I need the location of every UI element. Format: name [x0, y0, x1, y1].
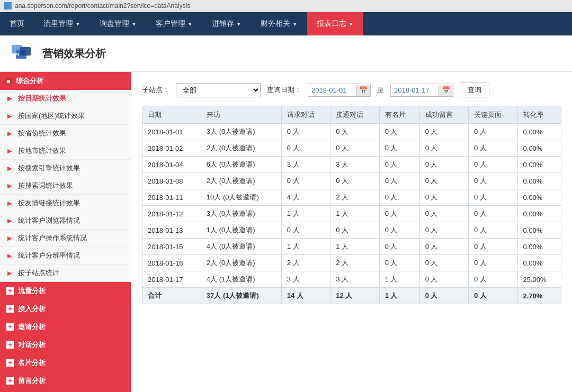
- table-cell-3-4: 0 人: [379, 173, 419, 189]
- table-cell-4-0: 2018-01-11: [142, 189, 201, 206]
- nav-finance[interactable]: 财务相关 ▼: [251, 12, 307, 35]
- table-row-6[interactable]: 2018-01-131人 (0人被邀请)0 人0 人0 人0 人0 人0.00%: [142, 222, 561, 239]
- sidebar-item-0[interactable]: ▶ 按日期统计效果: [0, 90, 131, 107]
- sidebar-group-2[interactable]: + 邀请分析: [0, 318, 131, 336]
- date-from-input[interactable]: [308, 84, 356, 96]
- sidebar-item-6[interactable]: ▶ 按友情链接统计效果: [0, 195, 131, 212]
- sidebar-group-3[interactable]: + 对话分析: [0, 336, 131, 354]
- table-total-cell-4: 1 人: [379, 288, 419, 304]
- table-cell-7-1: 4人 (0人被邀请): [201, 239, 281, 255]
- plus-icon-3: +: [6, 341, 14, 349]
- arrow-9: ▶: [7, 252, 12, 259]
- sidebar-group-0[interactable]: + 流量分析: [0, 282, 131, 300]
- sidebar-group-4[interactable]: + 名片分析: [0, 354, 131, 372]
- nav-inventory[interactable]: 进销存 ▼: [202, 12, 251, 35]
- nav-flow[interactable]: 流里管理 ▼: [34, 12, 90, 35]
- table-cell-0-1: 3人 (0人被邀请): [201, 124, 281, 140]
- table-cell-0-2: 0 人: [281, 124, 330, 140]
- sidebar-group-1[interactable]: + 接入分析: [0, 300, 131, 318]
- date-separator: 至: [377, 85, 384, 95]
- table-row-7[interactable]: 2018-01-154人 (0人被邀请)1 人1 人0 人0 人0 人0.00%: [142, 239, 561, 255]
- table-cell-8-0: 2018-01-16: [142, 255, 201, 271]
- date-label: 查询日期：: [267, 85, 301, 95]
- sidebar-item-7[interactable]: ▶ 统计客户浏览器情况: [0, 212, 131, 230]
- nav-home[interactable]: 首页: [0, 12, 34, 35]
- table-cell-6-2: 0 人: [281, 222, 330, 239]
- table-cell-4-6: 0 人: [469, 189, 517, 206]
- date-to-input[interactable]: [391, 84, 439, 96]
- table-row-2[interactable]: 2018-01-046人 (0人被邀请)3 人3 人0 人0 人0 人0.00%: [142, 157, 561, 173]
- table-cell-7-7: 0.00%: [517, 239, 561, 255]
- table-cell-2-2: 3 人: [281, 157, 330, 173]
- table-cell-3-3: 0 人: [330, 173, 379, 189]
- table-cell-5-0: 2018-01-12: [142, 206, 201, 222]
- query-button[interactable]: 查询: [460, 83, 489, 97]
- arrow-2: ▶: [7, 130, 12, 137]
- col-connected-chat: 接通对话: [330, 106, 379, 124]
- sidebar-item-1[interactable]: ▶ 按国家(地区)统计效果: [0, 107, 131, 125]
- plus-icon-0: +: [6, 287, 14, 295]
- sidebar-item-8[interactable]: ▶ 统计客户操作系统情况: [0, 230, 131, 247]
- sidebar-group-5[interactable]: + 留言分析: [0, 372, 131, 390]
- nav-report-arrow: ▼: [348, 21, 354, 27]
- table-cell-5-5: 0 人: [419, 206, 468, 222]
- sidebar-item-4[interactable]: ▶ 按搜索引擎统计效果: [0, 160, 131, 177]
- table-cell-4-7: 0.00%: [517, 189, 561, 206]
- table-row-4[interactable]: 2018-01-1110人 (0人被邀请)4 人2 人0 人0 人0 人0.00…: [142, 189, 561, 206]
- sidebar-item-wrapper-7: ▶ 统计客户浏览器情况: [0, 212, 131, 230]
- nav-report[interactable]: 报表日志 ▼: [307, 12, 363, 35]
- table-row-1[interactable]: 2018-01-022人 (0人被邀请)0 人0 人0 人0 人0 人0.00%: [142, 140, 561, 157]
- table-cell-6-1: 1人 (0人被邀请): [201, 222, 281, 239]
- table-row-5[interactable]: 2018-01-123人 (0人被邀请)1 人1 人0 人0 人0 人0.00%: [142, 206, 561, 222]
- table-cell-3-2: 0 人: [281, 173, 330, 189]
- table-cell-2-5: 0 人: [419, 157, 468, 173]
- table-total-cell-2: 14 人: [281, 288, 330, 304]
- table-cell-2-4: 0 人: [379, 157, 419, 173]
- arrow-8: ▶: [7, 235, 12, 242]
- table-cell-0-0: 2018-01-01: [142, 124, 201, 140]
- sidebar-item-wrapper-0: ▶ 按日期统计效果: [0, 90, 131, 107]
- nav-inquiry-arrow: ▼: [131, 21, 137, 27]
- table-cell-6-4: 0 人: [379, 222, 419, 239]
- plus-icon-2: +: [6, 323, 14, 331]
- table-cell-1-7: 0.00%: [517, 140, 561, 157]
- table-cell-7-2: 1 人: [281, 239, 330, 255]
- sidebar-group-6[interactable]: + 客服考核: [0, 390, 131, 392]
- table-row-0[interactable]: 2018-01-013人 (0人被邀请)0 人0 人0 人0 人0 人0.00%: [142, 124, 561, 140]
- plus-icon-4: +: [6, 359, 14, 367]
- sidebar-item-wrapper-9: ▶ 统计客户分辨率情况: [0, 247, 131, 265]
- sidebar-item-3[interactable]: ▶ 按地市统计效果: [0, 142, 131, 160]
- nav-customer[interactable]: 客户管理 ▼: [146, 12, 202, 35]
- table-cell-5-6: 0 人: [469, 206, 517, 222]
- table-row-9[interactable]: 2018-01-174人 (1人被邀请)3 人3 人1 人0 人0 人25.00…: [142, 271, 561, 288]
- table-cell-9-2: 3 人: [281, 271, 330, 288]
- station-select[interactable]: 全部: [176, 83, 261, 97]
- table-cell-1-4: 0 人: [379, 140, 419, 157]
- nav-inquiry[interactable]: 询盘管理 ▼: [90, 12, 146, 35]
- table-cell-3-5: 0 人: [419, 173, 468, 189]
- sidebar-item-9[interactable]: ▶ 统计客户分辨率情况: [0, 247, 131, 265]
- table-cell-5-7: 0.00%: [517, 206, 561, 222]
- table-row-3[interactable]: 2018-01-082人 (0人被邀请)0 人0 人0 人0 人0 人0.00%: [142, 173, 561, 189]
- col-request-chat: 请求对话: [281, 106, 330, 124]
- sidebar-item-wrapper-4: ▶ 按搜索引擎统计效果: [0, 160, 131, 177]
- date-from-wrapper: 📅: [308, 84, 371, 97]
- table-total-cell-0: 合计: [142, 288, 201, 304]
- sidebar-main-section[interactable]: ■ 综合分析: [0, 72, 131, 90]
- sidebar-item-2[interactable]: ▶ 按省份统计效果: [0, 125, 131, 142]
- sidebar-item-wrapper-3: ▶ 按地市统计效果: [0, 142, 131, 160]
- table-cell-3-6: 0 人: [469, 173, 517, 189]
- sidebar-item-5[interactable]: ▶ 按搜索词统计效果: [0, 177, 131, 195]
- sidebar-item-10[interactable]: ▶ 按子站点统计: [0, 265, 131, 282]
- table-row-8[interactable]: 2018-01-162人 (0人被邀请)2 人2 人0 人0 人0 人0.00%: [142, 255, 561, 271]
- date-from-icon[interactable]: 📅: [356, 85, 370, 96]
- data-table: 日期 来访 请求对话 接通对话 有名片 成功留言 关键页面 转化率 2018-0…: [142, 106, 561, 304]
- table-cell-1-6: 0 人: [469, 140, 517, 157]
- col-conversion: 转化率: [517, 106, 561, 124]
- table-cell-8-6: 0 人: [469, 255, 517, 271]
- table-cell-6-0: 2018-01-13: [142, 222, 201, 239]
- date-to-icon[interactable]: 📅: [439, 85, 453, 96]
- table-cell-6-6: 0 人: [469, 222, 517, 239]
- table-cell-1-2: 0 人: [281, 140, 330, 157]
- table-cell-9-6: 0 人: [469, 271, 517, 288]
